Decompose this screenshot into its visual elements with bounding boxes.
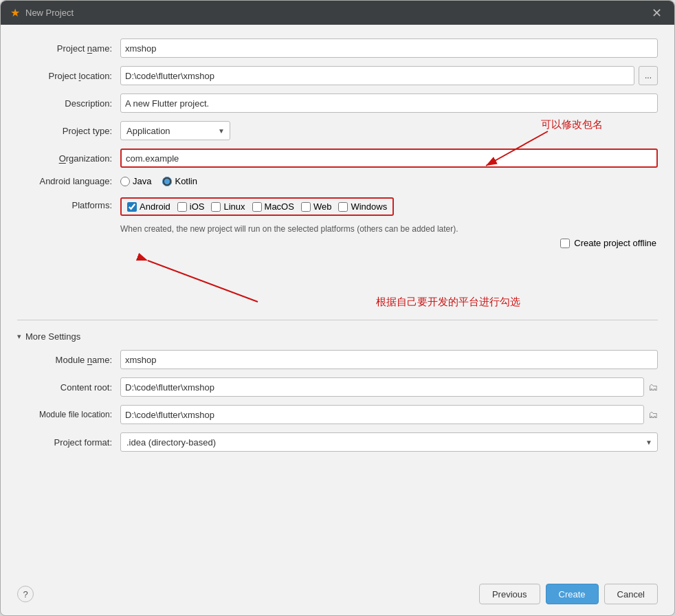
platforms-row: Platforms: Android iOS Linux: [17, 195, 658, 216]
platform-checkbox-group: Android iOS Linux MacOS: [120, 197, 394, 216]
offline-row: Create project offline: [17, 238, 658, 248]
platform-linux-checkbox[interactable]: [211, 202, 221, 212]
project-name-wrap: [120, 38, 658, 58]
module-folder-icon: 🗂: [648, 409, 658, 420]
platform-linux-label: Linux: [223, 201, 245, 212]
android-language-label: Android language:: [17, 176, 120, 186]
radio-kotlin-label: Kotlin: [175, 176, 197, 186]
description-row: Description:: [17, 94, 658, 113]
module-file-location-input[interactable]: [120, 405, 644, 424]
browse-button[interactable]: ...: [639, 66, 658, 85]
dialog-footer: ? Previous Create Cancel: [1, 577, 674, 615]
project-location-row: Project location: ...: [17, 66, 658, 85]
project-type-select-wrap: Application Plugin Package Module ▼: [120, 121, 230, 140]
description-input[interactable]: [120, 94, 658, 113]
project-format-label: Project format:: [17, 437, 120, 448]
more-settings-title: More Settings: [25, 331, 80, 342]
previous-button[interactable]: Previous: [479, 584, 540, 604]
platform-annotation: 根据自己要开发的平台进行勾选: [376, 296, 520, 309]
platform-windows-checkbox[interactable]: [338, 202, 348, 212]
title-bar-left: ★ New Project: [10, 6, 74, 19]
new-project-dialog: ★ New Project ✕ Project name: Project lo…: [0, 0, 675, 616]
svg-line-3: [148, 261, 258, 302]
chevron-down-icon: ▾: [17, 332, 21, 341]
platform-web-label: Web: [313, 201, 332, 212]
android-language-wrap: Java Kotlin: [120, 176, 658, 186]
help-button[interactable]: ?: [17, 586, 34, 602]
project-format-select-wrap: .idea (directory-based) .iml (file-based…: [120, 432, 658, 452]
project-location-wrap: ...: [120, 66, 658, 85]
module-name-row: Module name:: [17, 350, 658, 369]
platform-android[interactable]: Android: [127, 201, 170, 212]
platform-annotation-area: 根据自己要开发的平台进行勾选: [120, 254, 658, 309]
create-offline-label[interactable]: Create project offline: [574, 238, 656, 248]
dialog-title: New Project: [25, 8, 74, 18]
organization-row: Organization:: [17, 148, 658, 168]
platform-web-checkbox[interactable]: [301, 202, 311, 212]
radio-java[interactable]: Java: [120, 176, 151, 186]
organization-wrap: [120, 148, 658, 168]
module-name-label: Module name:: [17, 355, 120, 365]
project-format-row: Project format: .idea (directory-based) …: [17, 432, 658, 452]
radio-java-input[interactable]: [120, 177, 130, 186]
app-icon: ★: [10, 6, 20, 19]
platforms-label: Platforms:: [17, 197, 120, 210]
platforms-wrap: Android iOS Linux MacOS: [120, 197, 658, 216]
platform-macos[interactable]: MacOS: [252, 201, 294, 212]
platform-android-label: Android: [140, 201, 170, 212]
radio-java-label: Java: [133, 176, 151, 186]
project-name-input[interactable]: [120, 38, 658, 58]
dialog-body: Project name: Project location: ... Desc…: [1, 25, 674, 577]
module-file-location-wrap: 🗂: [120, 405, 658, 424]
project-name-label: Project name:: [17, 43, 120, 54]
platform-ios[interactable]: iOS: [177, 201, 205, 212]
project-type-label: Project type:: [17, 126, 120, 136]
project-type-select[interactable]: Application Plugin Package Module: [120, 121, 230, 140]
description-wrap: [120, 94, 658, 113]
footer-right: Previous Create Cancel: [479, 584, 658, 604]
create-offline-checkbox[interactable]: [560, 239, 570, 248]
close-button[interactable]: ✕: [649, 7, 665, 19]
platform-linux[interactable]: Linux: [211, 201, 245, 212]
platform-ios-label: iOS: [190, 201, 205, 212]
content-root-input[interactable]: [120, 377, 644, 397]
more-settings-header[interactable]: ▾ More Settings: [17, 331, 658, 342]
organization-input[interactable]: [120, 148, 658, 168]
android-language-row: Android language: Java Kotlin: [17, 176, 658, 186]
create-button[interactable]: Create: [546, 584, 599, 604]
project-location-input[interactable]: [120, 66, 634, 85]
organization-label: Organization:: [17, 153, 120, 164]
module-name-wrap: [120, 350, 658, 369]
content-root-wrap: 🗂: [120, 377, 658, 397]
platform-hint: When created, the new project will run o…: [120, 224, 658, 234]
module-file-location-label: Module file location:: [17, 410, 120, 419]
project-format-select[interactable]: .idea (directory-based) .iml (file-based…: [120, 432, 658, 452]
platform-web[interactable]: Web: [301, 201, 332, 212]
platform-ios-checkbox[interactable]: [177, 202, 187, 212]
folder-icon: 🗂: [648, 382, 658, 393]
annotation-arrow-2: [120, 254, 327, 309]
module-file-location-row: Module file location: 🗂: [17, 405, 658, 424]
project-type-annotation-area: Project type: Application Plugin Package…: [17, 121, 658, 140]
radio-group: Java Kotlin: [120, 176, 197, 186]
content-root-row: Content root: 🗂: [17, 377, 658, 397]
project-type-row: Project type: Application Plugin Package…: [17, 121, 658, 140]
description-label: Description:: [17, 98, 120, 109]
module-name-input[interactable]: [120, 350, 658, 369]
platform-windows-label: Windows: [351, 201, 387, 212]
title-bar: ★ New Project ✕: [1, 1, 674, 25]
platform-android-checkbox[interactable]: [127, 202, 137, 212]
settings-divider: [17, 320, 658, 320]
project-location-label: Project location:: [17, 71, 120, 81]
project-name-row: Project name:: [17, 38, 658, 58]
platform-windows[interactable]: Windows: [338, 201, 387, 212]
platform-macos-label: MacOS: [265, 201, 294, 212]
platform-macos-checkbox[interactable]: [252, 202, 262, 212]
project-format-wrap: .idea (directory-based) .iml (file-based…: [120, 432, 658, 452]
footer-left: ?: [17, 586, 34, 602]
project-type-wrap: Application Plugin Package Module ▼: [120, 121, 658, 140]
radio-kotlin-input[interactable]: [162, 177, 172, 186]
content-root-label: Content root:: [17, 382, 120, 393]
radio-kotlin[interactable]: Kotlin: [162, 176, 197, 186]
cancel-button[interactable]: Cancel: [604, 584, 658, 604]
